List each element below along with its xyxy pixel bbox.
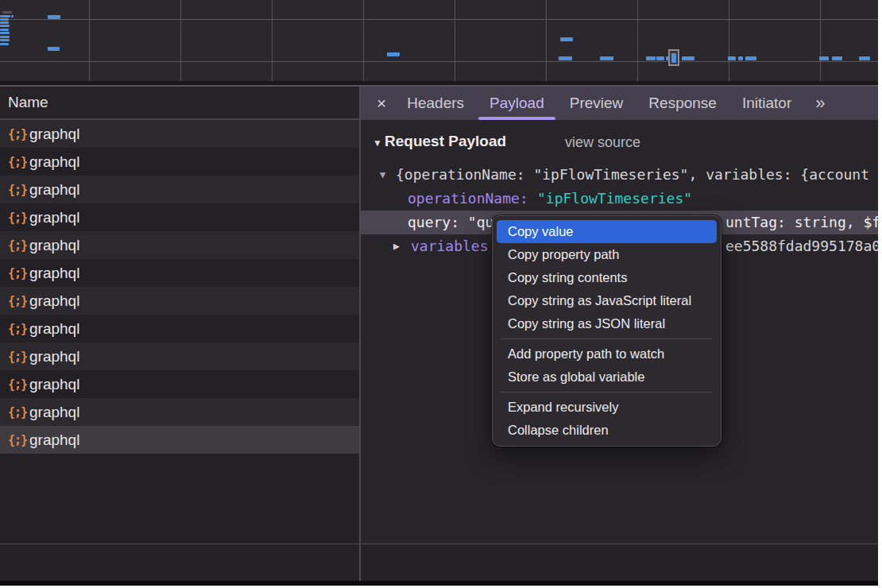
- grid-line: [455, 0, 455, 81]
- json-braces-icon: {;}: [8, 127, 29, 141]
- status-bar: [0, 544, 878, 581]
- more-tabs-icon[interactable]: »: [815, 93, 823, 114]
- network-request-row[interactable]: {;}graphql: [0, 342, 359, 370]
- section-collapse-icon[interactable]: ▼: [373, 137, 382, 149]
- request-timing-bar: [0, 29, 9, 31]
- grid-line: [546, 0, 547, 81]
- json-braces-icon: {;}: [8, 322, 29, 336]
- request-name: graphql: [29, 376, 79, 393]
- property-string-value: "ipFlowTimeseries": [537, 187, 692, 211]
- object-preview-right-fragment: ee5588fdad995178a0: [725, 234, 878, 258]
- json-braces-icon: {;}: [8, 183, 29, 197]
- payload-root-row[interactable]: ▼ {operationName: "ipFlowTimeseries", va…: [361, 163, 878, 187]
- devtools-network-panel: Name {;}graphql{;}graphql{;}graphql{;}gr…: [0, 0, 878, 586]
- context-menu-item[interactable]: Collapse children: [493, 419, 721, 442]
- payload-operationname-row[interactable]: operationName: "ipFlowTimeseries": [361, 187, 878, 211]
- network-request-row[interactable]: {;}graphql: [0, 398, 359, 426]
- context-menu: Copy valueCopy property pathCopy string …: [492, 215, 721, 447]
- json-braces-icon: {;}: [8, 211, 29, 225]
- grid-line: [363, 0, 364, 81]
- expand-triangle-icon[interactable]: ▼: [380, 163, 385, 187]
- row-divider-line: [0, 19, 878, 20]
- menu-separator: [501, 392, 713, 393]
- context-menu-item[interactable]: Copy string as JavaScript literal: [493, 289, 721, 312]
- request-timing-bar: [728, 56, 736, 60]
- detail-tabbar: × HeadersPayloadPreviewResponseInitiator…: [361, 87, 878, 120]
- json-braces-icon: {;}: [8, 350, 29, 364]
- property-key: variables: [411, 234, 489, 258]
- request-name: graphql: [29, 209, 79, 226]
- tabs-group: HeadersPayloadPreviewResponseInitiator: [394, 87, 804, 120]
- context-menu-item[interactable]: Copy string as JSON literal: [493, 312, 721, 335]
- network-request-row[interactable]: {;}graphql: [0, 176, 359, 203]
- context-menu-item[interactable]: Copy property path: [493, 243, 721, 266]
- tab-preview[interactable]: Preview: [557, 87, 636, 120]
- request-name: graphql: [29, 320, 79, 338]
- json-braces-icon: {;}: [8, 266, 29, 280]
- request-timing-bar: [0, 43, 9, 45]
- network-request-row[interactable]: {;}graphql: [0, 120, 359, 148]
- panel-divider[interactable]: [359, 87, 361, 581]
- request-timing-bar: [600, 56, 613, 60]
- network-overview-timeline[interactable]: [0, 0, 878, 81]
- context-menu-item[interactable]: Add property path to watch: [493, 342, 721, 366]
- request-name: graphql: [29, 181, 79, 199]
- request-timing-bar: [0, 21, 9, 24]
- network-request-row[interactable]: {;}graphql: [0, 231, 359, 259]
- request-name: graphql: [29, 265, 79, 282]
- request-name: graphql: [29, 292, 79, 310]
- grid-line: [820, 0, 821, 81]
- tab-response[interactable]: Response: [636, 87, 729, 120]
- request-name: graphql: [29, 348, 79, 366]
- grid-line: [89, 0, 90, 81]
- request-timing-bar: [738, 56, 743, 60]
- request-timing-bar: [48, 47, 60, 51]
- json-braces-icon: {;}: [8, 238, 29, 253]
- request-timing-bar: [0, 18, 9, 21]
- context-menu-item[interactable]: Copy string contents: [493, 266, 721, 289]
- request-timing-bar: [2, 11, 12, 14]
- context-menu-item[interactable]: Copy value: [497, 220, 717, 243]
- request-timing-bar: [859, 56, 870, 60]
- devtools-window: Name {;}graphql{;}graphql{;}graphql{;}gr…: [0, 0, 882, 588]
- network-request-row[interactable]: {;}graphql: [0, 370, 359, 398]
- grid-line: [729, 0, 729, 81]
- network-request-row[interactable]: {;}graphql: [0, 426, 359, 454]
- json-braces-icon: {;}: [8, 294, 29, 308]
- grid-line: [637, 0, 638, 81]
- network-request-row[interactable]: {;}graphql: [0, 259, 359, 287]
- grid-line: [272, 0, 273, 81]
- close-icon[interactable]: ×: [377, 87, 386, 120]
- tab-payload[interactable]: Payload: [477, 87, 557, 120]
- request-timing-bar: [0, 32, 10, 34]
- network-request-row[interactable]: {;}graphql: [0, 315, 359, 342]
- context-menu-item[interactable]: Expand recursively: [493, 396, 721, 419]
- expand-triangle-icon[interactable]: ▶: [393, 234, 400, 258]
- context-menu-item[interactable]: Store as global variable: [493, 366, 721, 389]
- request-timing-bar: [819, 56, 829, 60]
- request-payload-section-header: ▼ Request Payload view source: [361, 131, 878, 158]
- request-timing-bar: [682, 56, 694, 60]
- selected-request-bar: [671, 53, 676, 63]
- network-request-row[interactable]: {;}graphql: [0, 203, 359, 231]
- grid-line: [180, 0, 181, 81]
- request-timing-bar: [832, 56, 842, 60]
- request-timing-bar: [0, 25, 10, 27]
- window-bottom-edge: [0, 581, 878, 586]
- request-timing-bar: [0, 36, 10, 38]
- request-timing-bar: [559, 56, 572, 60]
- request-timing-bar: [0, 15, 10, 17]
- network-request-row[interactable]: {;}graphql: [0, 287, 359, 315]
- json-braces-icon: {;}: [8, 377, 29, 392]
- tab-initiator[interactable]: Initiator: [729, 87, 804, 120]
- view-source-link[interactable]: view source: [565, 134, 640, 151]
- tab-headers[interactable]: Headers: [394, 87, 477, 120]
- request-name: graphql: [29, 431, 79, 449]
- request-timing-bar: [48, 15, 60, 19]
- request-timing-bar: [11, 15, 14, 17]
- network-request-row[interactable]: {;}graphql: [0, 148, 359, 176]
- object-preview-text: {operationName: "ipFlowTimeseries", vari…: [396, 163, 869, 187]
- request-timing-bar: [560, 37, 573, 41]
- name-column-header[interactable]: Name: [0, 87, 359, 118]
- request-timing-bar: [656, 56, 664, 60]
